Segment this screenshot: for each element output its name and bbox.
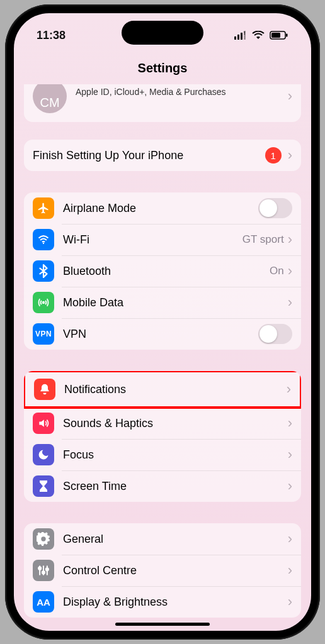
focus-row[interactable]: Focus › [24,439,301,470]
sliders-icon [33,560,54,581]
control-centre-row[interactable]: Control Centre › [24,555,301,586]
notifications-group: Notifications › Sounds & Haptics › Focus [24,371,301,502]
airplane-mode-row[interactable]: Airplane Mode [24,192,301,224]
airplane-label: Airplane Mode [63,202,258,215]
chevron-right-icon: › [288,294,292,311]
badge-count: 1 [265,147,282,164]
dynamic-island [122,21,203,45]
wifi-label: Wi-Fi [63,233,242,247]
display-brightness-row[interactable]: AA Display & Brightness › [24,586,301,618]
svg-point-13 [42,571,45,574]
apple-id-row[interactable]: CM Chris Mania Apple ID, iCloud+, Media … [24,84,301,122]
chevron-right-icon: › [288,531,292,547]
bluetooth-row[interactable]: Bluetooth On › [24,255,301,287]
wifi-value: GT sport [242,233,284,246]
text-size-icon: AA [33,591,54,613]
notifications-row[interactable]: Notifications › [25,372,300,406]
hourglass-icon [33,475,54,497]
highlight-notifications: Notifications › [24,371,301,409]
wifi-settings-icon [33,229,54,250]
chevron-right-icon: › [288,88,292,104]
svg-point-8 [43,243,44,244]
screen: 11:38 ! Settings CM Chris M [14,13,311,631]
screentime-label: Screen Time [63,480,288,493]
battery-icon [270,31,288,40]
svg-rect-0 [234,36,236,40]
bluetooth-value: On [270,265,284,277]
control-centre-label: Control Centre [63,564,288,577]
home-indicator[interactable] [115,623,210,626]
profile-subtitle: Apple ID, iCloud+, Media & Purchases [76,87,288,97]
chevron-right-icon: › [288,415,292,431]
svg-rect-7 [286,34,288,37]
page-title: Settings [14,50,311,84]
bell-icon [34,379,55,400]
finish-setup-label: Finish Setting Up Your iPhone [33,149,265,162]
focus-label: Focus [63,448,288,462]
connectivity-group: Airplane Mode Wi-Fi GT sport › Bluetooth [24,192,301,350]
speaker-icon [33,413,54,434]
phone-frame: 11:38 ! Settings CM Chris M [5,4,320,640]
general-group: General › Control Centre › AA Display & … [24,523,301,618]
svg-rect-1 [237,35,239,40]
finish-setup-group: Finish Setting Up Your iPhone 1 › [24,140,301,171]
settings-list[interactable]: CM Chris Mania Apple ID, iCloud+, Media … [14,84,311,631]
general-label: General [63,533,288,546]
airplane-toggle[interactable] [258,198,292,218]
svg-point-15 [46,568,48,570]
vpn-toggle[interactable] [258,324,292,344]
chevron-right-icon: › [288,231,292,248]
sounds-label: Sounds & Haptics [63,417,288,430]
general-row[interactable]: General › [24,523,301,555]
profile-group: CM Chris Mania Apple ID, iCloud+, Media … [24,84,301,122]
moon-icon [33,444,54,465]
wifi-icon [252,31,265,40]
chevron-right-icon: › [288,562,292,579]
vpn-label: VPN [63,328,258,341]
vpn-icon: VPN [33,323,54,345]
svg-rect-2 [241,33,242,40]
svg-rect-6 [271,33,280,38]
notifications-label: Notifications [64,383,287,396]
wifi-row[interactable]: Wi-Fi GT sport › [24,224,301,255]
display-label: Display & Brightness [63,596,288,609]
chevron-right-icon: › [288,263,292,279]
bluetooth-label: Bluetooth [63,265,270,278]
avatar: CM [33,84,67,113]
chevron-right-icon: › [287,381,291,397]
screen-time-row[interactable]: Screen Time › [24,470,301,502]
antenna-icon [33,292,54,313]
svg-text:!: ! [244,31,245,35]
finish-setup-row[interactable]: Finish Setting Up Your iPhone 1 › [24,140,301,171]
mobile-data-row[interactable]: Mobile Data › [24,287,301,318]
status-time: 11:38 [37,29,66,42]
airplane-icon [33,197,54,219]
chevron-right-icon: › [288,147,292,164]
svg-point-9 [43,302,45,304]
mobile-data-label: Mobile Data [63,296,288,309]
gear-icon [33,528,54,550]
chevron-right-icon: › [288,447,292,463]
sounds-row[interactable]: Sounds & Haptics › [24,408,301,439]
svg-point-11 [38,567,41,570]
vpn-row[interactable]: VPN VPN [24,318,301,350]
cellular-icon: ! [234,31,247,40]
chevron-right-icon: › [288,594,292,610]
chevron-right-icon: › [288,478,292,494]
bluetooth-icon [33,260,54,282]
